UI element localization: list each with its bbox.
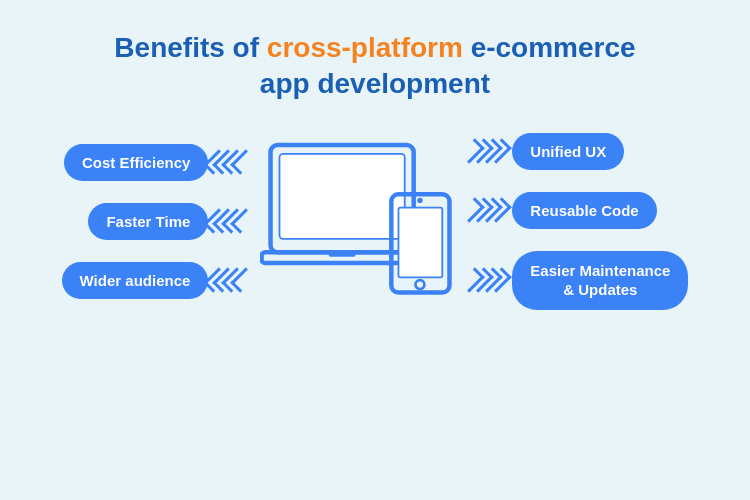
device-illustration xyxy=(260,136,460,306)
easier-maintenance-pill: Easier Maintenance& Updates xyxy=(512,251,688,310)
title-suffix-before: e-commerce xyxy=(463,32,636,63)
svg-rect-3 xyxy=(329,253,356,257)
svg-point-6 xyxy=(416,280,425,289)
right-column: Unified UX Reusable Code Easier Maintena… xyxy=(470,133,688,310)
faster-time-pill: Faster Time xyxy=(88,203,208,240)
unified-ux-pill: Unified UX xyxy=(512,133,624,170)
left-arrows-3 xyxy=(214,269,250,291)
right-arrows-1 xyxy=(470,140,506,162)
left-benefit-row-1: Cost Efficiency xyxy=(64,144,250,181)
wider-audience-pill: Wider audience xyxy=(62,262,209,299)
left-arrows-1 xyxy=(214,151,250,173)
svg-rect-1 xyxy=(280,154,405,239)
left-benefit-row-3: Wider audience xyxy=(62,262,251,299)
cost-efficiency-pill: Cost Efficiency xyxy=(64,144,208,181)
left-benefit-row-2: Faster Time xyxy=(88,203,250,240)
right-arrows-2 xyxy=(470,199,506,221)
right-arrows-3 xyxy=(470,269,506,291)
svg-point-7 xyxy=(418,198,423,203)
right-benefit-row-3: Easier Maintenance& Updates xyxy=(470,251,688,310)
laptop-phone-svg xyxy=(260,136,460,306)
content-area: Cost Efficiency Faster Time Wider audien… xyxy=(20,133,730,310)
reusable-code-pill: Reusable Code xyxy=(512,192,656,229)
left-arrows-2 xyxy=(214,210,250,232)
svg-rect-5 xyxy=(399,208,443,278)
title-suffix-after: app development xyxy=(260,68,490,99)
left-column: Cost Efficiency Faster Time Wider audien… xyxy=(62,144,251,299)
right-benefit-row-1: Unified UX xyxy=(470,133,624,170)
page-title: Benefits of cross-platform e-commerce ap… xyxy=(114,30,635,103)
title-highlight: cross-platform xyxy=(267,32,463,63)
title-prefix: Benefits of xyxy=(114,32,266,63)
right-benefit-row-2: Reusable Code xyxy=(470,192,656,229)
